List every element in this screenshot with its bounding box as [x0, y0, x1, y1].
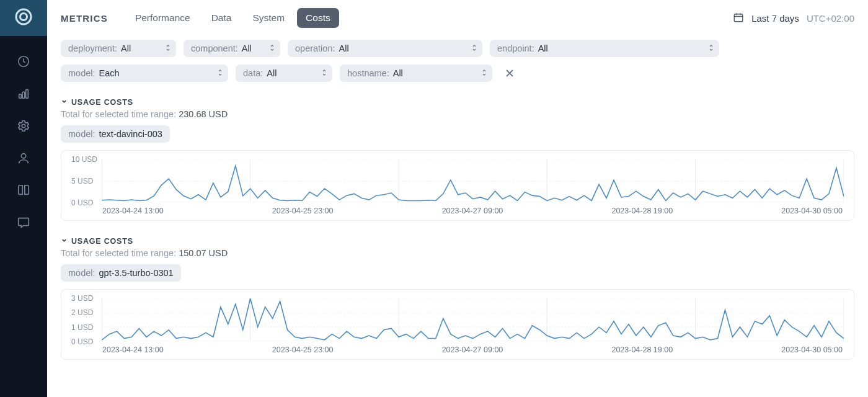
clock-icon[interactable]: [17, 55, 30, 68]
model-value: text-davinci-003: [99, 129, 162, 139]
filter-data[interactable]: data:All: [236, 65, 332, 82]
filter-model[interactable]: model:Each: [61, 65, 228, 82]
x-tick-label: 2023-04-25 23:00: [272, 207, 334, 215]
tab-data[interactable]: Data: [203, 8, 241, 28]
filter-component[interactable]: component:All: [184, 40, 280, 57]
x-tick-label: 2023-04-25 23:00: [272, 346, 334, 354]
x-tick-label: 2023-04-24 13:00: [102, 346, 164, 354]
topbar: METRICS PerformanceDataSystemCosts Last …: [61, 0, 854, 36]
svg-point-7: [21, 154, 25, 158]
section-subtitle: Total for selected time range: 230.68 US…: [61, 109, 854, 119]
chevron-down-icon: [61, 237, 68, 246]
time-range[interactable]: Last 7 days: [751, 13, 799, 24]
filter-operation[interactable]: operation:All: [288, 40, 482, 57]
chevron-down-icon: [61, 98, 68, 107]
filter-label: operation:: [295, 43, 335, 53]
model-label: model:: [68, 129, 95, 139]
filter-endpoint[interactable]: endpoint:All: [490, 40, 719, 57]
filter-label: endpoint:: [497, 43, 534, 53]
filter-label: model:: [68, 68, 95, 78]
x-tick-label: 2023-04-24 13:00: [102, 207, 164, 215]
section-header[interactable]: USAGE COSTS: [61, 98, 854, 107]
filter-label: data:: [243, 68, 263, 78]
section-subtitle: Total for selected time range: 150.07 US…: [61, 248, 854, 258]
chart-card: 0 USD5 USD10 USD2023-04-24 13:002023-04-…: [61, 150, 854, 221]
chart-svg: [71, 298, 844, 341]
filter-value: All: [538, 43, 548, 53]
filter-value: All: [121, 43, 131, 53]
model-value: gpt-3.5-turbo-0301: [99, 268, 174, 278]
calendar-icon[interactable]: [733, 12, 744, 25]
chart-area: 0 USD1 USD2 USD3 USD: [71, 298, 844, 342]
svg-rect-8: [734, 14, 743, 21]
svg-rect-4: [22, 92, 25, 98]
chart-svg: [71, 159, 844, 202]
subtitle-prefix: Total for selected time range:: [61, 248, 179, 258]
selector-icon: [321, 68, 327, 78]
usage-costs-section: USAGE COSTSTotal for selected time range…: [61, 98, 854, 221]
subtitle-value: 230.68 USD: [179, 109, 228, 119]
tab-costs[interactable]: Costs: [297, 8, 339, 28]
x-axis: 2023-04-24 13:002023-04-25 23:002023-04-…: [71, 342, 844, 354]
section-header[interactable]: USAGE COSTS: [61, 237, 854, 246]
filters-row2: model:Eachdata:Allhostname:All: [61, 65, 854, 82]
svg-point-6: [22, 124, 25, 128]
model-pill: model:gpt-3.5-turbo-0301: [61, 264, 181, 282]
main-content: METRICS PerformanceDataSystemCosts Last …: [47, 0, 868, 397]
selector-icon: [269, 43, 275, 53]
sidebar: [0, 0, 47, 397]
x-tick-label: 2023-04-27 09:00: [442, 346, 503, 354]
tab-performance[interactable]: Performance: [126, 8, 199, 28]
user-icon[interactable]: [17, 151, 30, 165]
filter-value: All: [393, 68, 403, 78]
filter-value: All: [339, 43, 349, 53]
model-label: model:: [68, 268, 95, 278]
filter-label: hostname:: [347, 68, 389, 78]
filter-value: All: [242, 43, 252, 53]
book-icon[interactable]: [17, 184, 30, 197]
selector-icon: [217, 68, 223, 78]
tab-system[interactable]: System: [244, 8, 293, 28]
chat-icon[interactable]: [17, 216, 30, 230]
logo-icon: [14, 7, 33, 29]
x-tick-label: 2023-04-28 19:00: [611, 346, 673, 354]
gear-icon[interactable]: [17, 119, 30, 133]
x-tick-label: 2023-04-27 09:00: [442, 207, 503, 215]
filter-label: deployment:: [68, 43, 117, 53]
svg-rect-3: [19, 94, 22, 98]
clear-filters-button[interactable]: [500, 65, 520, 82]
x-tick-label: 2023-04-30 05:00: [781, 207, 843, 215]
page-title: METRICS: [61, 13, 108, 24]
sidebar-nav: [17, 55, 30, 230]
timezone: UTC+02:00: [807, 13, 854, 24]
svg-rect-5: [26, 90, 29, 99]
filter-value: Each: [99, 68, 120, 78]
svg-point-0: [16, 9, 31, 24]
x-axis: 2023-04-24 13:002023-04-25 23:002023-04-…: [71, 203, 844, 215]
filter-hostname[interactable]: hostname:All: [340, 65, 492, 82]
tabs: PerformanceDataSystemCosts: [126, 8, 339, 28]
svg-point-1: [20, 14, 27, 20]
filter-value: All: [267, 68, 277, 78]
selector-icon: [481, 68, 487, 78]
section-title: USAGE COSTS: [71, 98, 133, 107]
subtitle-value: 150.07 USD: [179, 248, 228, 258]
subtitle-prefix: Total for selected time range:: [61, 109, 179, 119]
filter-deployment[interactable]: deployment:All: [61, 40, 176, 57]
filters-row1: deployment:Allcomponent:Alloperation:All…: [61, 40, 854, 57]
app-logo[interactable]: [0, 0, 47, 36]
x-tick-label: 2023-04-30 05:00: [781, 346, 843, 354]
bar-chart-icon[interactable]: [17, 87, 30, 100]
chart-area: 0 USD5 USD10 USD: [71, 159, 844, 203]
x-tick-label: 2023-04-28 19:00: [611, 207, 673, 215]
filter-label: component:: [191, 43, 238, 53]
selector-icon: [165, 43, 171, 53]
model-pill: model:text-davinci-003: [61, 125, 170, 143]
selector-icon: [471, 43, 477, 53]
section-title: USAGE COSTS: [71, 237, 133, 246]
selector-icon: [708, 43, 714, 53]
usage-costs-section: USAGE COSTSTotal for selected time range…: [61, 237, 854, 360]
chart-card: 0 USD1 USD2 USD3 USD2023-04-24 13:002023…: [61, 289, 854, 360]
